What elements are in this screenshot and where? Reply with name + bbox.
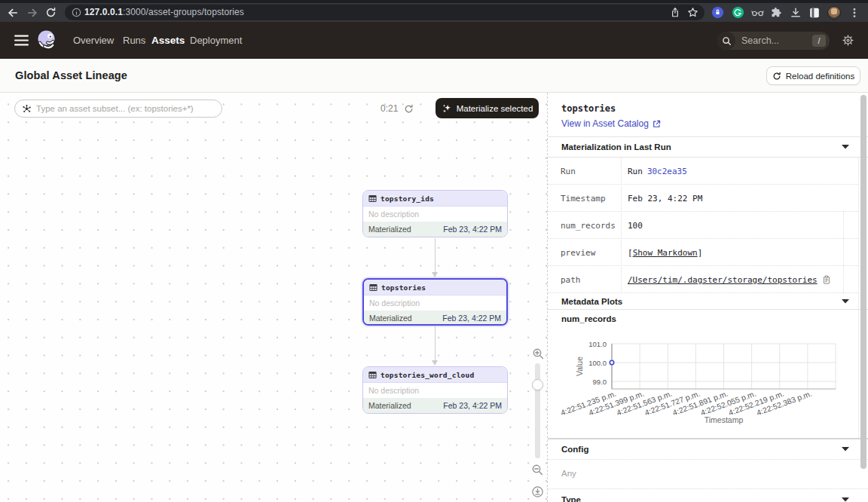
extensions-puzzle-icon[interactable] bbox=[770, 3, 781, 22]
refresh-timer: 0:21 bbox=[381, 99, 414, 118]
section-heading: Metadata Plots bbox=[561, 297, 622, 306]
zoom-slider-track[interactable] bbox=[535, 363, 540, 458]
materialize-selected-button[interactable]: Materialize selected bbox=[436, 98, 539, 118]
section-heading: Type bbox=[561, 495, 581, 502]
asset-status-row: Materialized Feb 23, 4:22 PM bbox=[363, 398, 507, 413]
asset-detail-panel: topstories View in Asset Catalog Materia… bbox=[548, 93, 868, 502]
settings-gear-icon[interactable] bbox=[842, 33, 854, 47]
metadata-row-path: path /Users/tim/.dagster/storage/topstor… bbox=[548, 266, 858, 293]
url-bar[interactable]: 127.0.0.1:3000/asset-groups/topstories bbox=[65, 5, 704, 20]
profile-avatar[interactable] bbox=[827, 3, 841, 22]
metadata-row-num-records: num_records 100 bbox=[548, 212, 858, 239]
svg-text:99.0: 99.0 bbox=[593, 378, 607, 386]
browser-menu-icon[interactable] bbox=[849, 3, 860, 22]
zoom-in-icon[interactable] bbox=[531, 347, 545, 360]
metadata-row-preview: preview [Show Markdown] bbox=[548, 239, 858, 266]
reload-icon[interactable] bbox=[45, 3, 57, 22]
url-text: 127.0.0.1:3000/asset-groups/topstories bbox=[84, 7, 244, 17]
dagster-logo[interactable] bbox=[35, 29, 58, 51]
table-icon bbox=[368, 371, 377, 379]
metadata-table: Run Run 30c2ea35 Timestamp Feb 23, 4:22 … bbox=[548, 158, 858, 293]
lineage-graph-pane: Type an asset subset... (ex: topstories+… bbox=[0, 93, 547, 502]
nav-item-overview[interactable]: Overview bbox=[73, 22, 114, 59]
asset-status: Materialized bbox=[369, 314, 412, 323]
edge-topstories-topstories_word_cloud bbox=[432, 326, 439, 366]
asset-node-header: topstory_ids bbox=[363, 191, 507, 207]
materialize-selected-label: Materialize selected bbox=[457, 104, 533, 113]
plot-title: num_records bbox=[561, 314, 616, 323]
nav-item-assets[interactable]: Assets bbox=[151, 22, 185, 59]
zoom-slider-handle[interactable] bbox=[532, 379, 543, 390]
op-selector-icon bbox=[22, 104, 32, 114]
bookmark-star-icon[interactable] bbox=[687, 3, 698, 22]
svg-text:101.0: 101.0 bbox=[588, 340, 607, 348]
refresh-icon[interactable] bbox=[404, 104, 414, 114]
asset-materialized-time[interactable]: Feb 23, 4:22 PM bbox=[443, 401, 502, 410]
reload-definitions-button[interactable]: Reload definitions bbox=[766, 66, 860, 85]
reader-mode-icon[interactable] bbox=[751, 3, 764, 22]
page-header: Global Asset Lineage Reload definitions bbox=[0, 59, 868, 93]
copy-clipboard-icon[interactable] bbox=[822, 275, 831, 285]
zoom-out-icon[interactable] bbox=[530, 463, 544, 476]
catalog-link-label: View in Asset Catalog bbox=[561, 118, 649, 129]
panel-scrollbar-thumb[interactable] bbox=[860, 95, 866, 469]
grammarly-icon[interactable] bbox=[732, 3, 744, 22]
run-id-link[interactable]: 30c2ea35 bbox=[647, 167, 687, 176]
asset-description: No description bbox=[363, 383, 507, 398]
metadata-key: preview bbox=[561, 239, 595, 266]
asset-subset-placeholder: Type an asset subset... (ex: topstories+… bbox=[36, 104, 194, 113]
screen: 127.0.0.1:3000/asset-groups/topstories bbox=[0, 0, 868, 502]
password-manager-icon[interactable] bbox=[711, 3, 724, 22]
asset-status-row: Materialized Feb 23, 4:22 PM bbox=[363, 222, 507, 237]
table-icon bbox=[368, 194, 377, 203]
reload-definitions-label: Reload definitions bbox=[786, 72, 854, 81]
search-input[interactable]: Search... / bbox=[717, 32, 830, 50]
section-type[interactable]: Type bbox=[548, 489, 868, 502]
asset-node-topstory_ids[interactable]: topstory_ids No description Materialized… bbox=[362, 190, 508, 237]
timer-text: 0:21 bbox=[381, 103, 398, 114]
back-icon[interactable] bbox=[7, 3, 19, 22]
sparkles-icon bbox=[442, 103, 452, 114]
asset-status: Materialized bbox=[368, 225, 411, 234]
asset-name: topstories_word_cloud bbox=[381, 371, 474, 379]
recenter-icon[interactable] bbox=[530, 485, 544, 498]
section-metadata-plots[interactable]: Metadata Plots bbox=[548, 293, 868, 310]
metadata-key: Timestamp bbox=[561, 185, 606, 212]
asset-materialized-time[interactable]: Feb 23, 4:22 PM bbox=[443, 225, 502, 234]
show-markdown-link[interactable]: Show Markdown bbox=[633, 248, 698, 258]
metadata-row-run: Run Run 30c2ea35 bbox=[548, 158, 858, 185]
search-icon bbox=[717, 32, 735, 50]
external-link-icon bbox=[653, 120, 661, 128]
downloads-icon[interactable] bbox=[790, 3, 802, 22]
notes-app-icon[interactable] bbox=[808, 3, 821, 22]
panel-header: topstories View in Asset Catalog bbox=[548, 93, 868, 137]
search-shortcut-badge: / bbox=[812, 35, 826, 47]
nav-item-deployment[interactable]: Deployment bbox=[190, 22, 242, 59]
bracket: [ bbox=[628, 248, 633, 258]
asset-materialized-time[interactable]: Feb 23, 4:22 PM bbox=[442, 314, 501, 323]
edge-topstory_ids-topstories bbox=[432, 238, 439, 277]
path-link[interactable]: /Users/tim/.dagster/storage/topstories bbox=[628, 275, 818, 285]
config-value: Any bbox=[561, 469, 576, 478]
metadata-value: /Users/tim/.dagster/storage/topstories bbox=[628, 266, 831, 293]
asset-node-topstories_word_cloud[interactable]: topstories_word_cloud No description Mat… bbox=[362, 366, 508, 414]
asset-subset-input[interactable]: Type an asset subset... (ex: topstories+… bbox=[14, 99, 222, 118]
caret-down-icon bbox=[842, 145, 849, 149]
section-config[interactable]: Config bbox=[548, 439, 868, 460]
page-info-icon[interactable] bbox=[72, 3, 81, 22]
section-heading: Materialization in Last Run bbox=[561, 142, 671, 152]
view-in-asset-catalog-link[interactable]: View in Asset Catalog bbox=[561, 118, 661, 129]
section-materialization-last-run[interactable]: Materialization in Last Run bbox=[548, 137, 868, 158]
panel-asset-title: topstories bbox=[561, 103, 616, 114]
asset-node-topstories[interactable]: topstories No description Materialized F… bbox=[362, 278, 508, 326]
nav-item-runs[interactable]: Runs bbox=[123, 22, 145, 59]
asset-status: Materialized bbox=[368, 401, 411, 410]
asset-name: topstories bbox=[381, 283, 426, 292]
caret-down-icon bbox=[842, 299, 849, 304]
page-title: Global Asset Lineage bbox=[15, 59, 127, 92]
hamburger-menu-icon[interactable] bbox=[14, 35, 29, 46]
share-icon[interactable] bbox=[670, 3, 680, 22]
metadata-key: num_records bbox=[561, 212, 616, 239]
caret-down-icon bbox=[842, 497, 849, 502]
forward-icon[interactable] bbox=[26, 3, 38, 22]
